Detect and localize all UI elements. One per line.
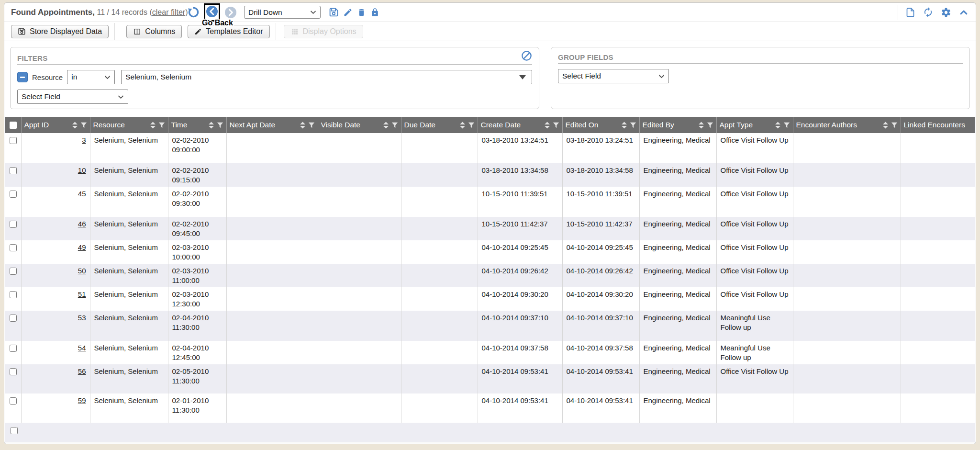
sort-icon[interactable]	[775, 122, 781, 129]
group-field-select[interactable]: Select Field	[558, 69, 669, 83]
row-checkbox[interactable]	[10, 397, 17, 405]
row-checkbox[interactable]	[10, 191, 17, 198]
gear-icon[interactable]	[941, 7, 951, 18]
column-header-next-apt-date[interactable]: Next Apt Date	[226, 117, 318, 133]
column-header-appt-id[interactable]: Appt ID	[21, 117, 90, 133]
button-toolbar: Store Displayed Data Columns Templates E…	[4, 22, 976, 41]
appt-id-link[interactable]: 50	[78, 267, 86, 275]
sort-icon[interactable]	[383, 122, 389, 129]
filter-funnel-icon[interactable]	[783, 122, 790, 129]
drill-down-select[interactable]: Drill Down	[244, 6, 321, 19]
columns-button[interactable]: Columns	[126, 25, 182, 38]
filter-funnel-icon[interactable]	[158, 122, 165, 129]
filter-row-resource: Resource in Selenium, Selenium	[17, 70, 532, 84]
cell-visible_date	[318, 217, 401, 240]
new-document-icon[interactable]	[905, 7, 915, 18]
filters-header: FILTERS	[17, 51, 532, 65]
go-back-button[interactable]: Go Back	[204, 3, 220, 22]
floppy-icon	[18, 27, 26, 35]
row-checkbox[interactable]	[10, 268, 17, 275]
collapse-chevron-up-icon[interactable]	[958, 8, 969, 17]
cell-create_date: 04-10-2014 09:53:41	[478, 394, 562, 423]
cell-create_date: 04-10-2014 09:37:10	[478, 311, 562, 341]
filter-funnel-icon[interactable]	[553, 122, 559, 129]
column-header-linked-encounters[interactable]: Linked Encounters	[901, 117, 975, 133]
filter-funnel-icon[interactable]	[308, 122, 315, 129]
row-checkbox[interactable]	[11, 427, 18, 434]
clear-filter-link[interactable]: clear filter	[152, 8, 185, 16]
row-checkbox[interactable]	[10, 137, 17, 144]
remove-filter-button[interactable]	[17, 72, 28, 82]
cell-next_apt_date	[226, 217, 318, 240]
filter-funnel-icon[interactable]	[468, 122, 475, 129]
appt-id-link[interactable]: 59	[78, 396, 86, 405]
records-count: 11 / 14 records (	[97, 8, 152, 16]
appt-id-link[interactable]: 46	[78, 220, 86, 228]
column-header-create-date[interactable]: Create Date	[478, 117, 562, 133]
cell-due_date	[401, 341, 478, 364]
appt-id-link[interactable]: 53	[78, 314, 86, 322]
edit-view-icon[interactable]	[343, 8, 353, 17]
cell-edited_on: 03-18-2010 13:34:58	[562, 163, 639, 187]
cell-edited_by: Engineering, Medical	[639, 133, 716, 163]
filter-funnel-icon[interactable]	[630, 122, 636, 129]
sort-icon[interactable]	[698, 122, 704, 129]
filter-value-dropdown[interactable]: Selenium, Selenium	[121, 70, 532, 84]
select-all-checkbox[interactable]	[10, 122, 17, 129]
filter-funnel-icon[interactable]	[217, 122, 223, 129]
group-fields-title: GROUP FIELDS	[558, 53, 613, 61]
column-header-visible-date[interactable]: Visible Date	[318, 117, 401, 133]
filter-funnel-icon[interactable]	[707, 122, 713, 129]
filter-operator-select[interactable]: in	[67, 70, 115, 84]
filter-funnel-icon[interactable]	[891, 122, 898, 129]
delete-view-icon[interactable]	[357, 8, 366, 17]
appt-id-link[interactable]: 49	[78, 243, 86, 251]
filter-funnel-icon[interactable]	[80, 122, 87, 129]
select-all-header[interactable]	[5, 117, 21, 133]
row-checkbox[interactable]	[10, 345, 17, 352]
sort-icon[interactable]	[300, 122, 306, 129]
appt-id-link[interactable]: 54	[78, 344, 86, 352]
appt-id-link[interactable]: 56	[78, 367, 86, 375]
cell-edited_by: Engineering, Medical	[639, 163, 716, 187]
horizontal-scrollbar[interactable]	[5, 442, 975, 444]
sort-icon[interactable]	[208, 122, 214, 129]
sort-icon[interactable]	[621, 122, 627, 129]
cell-due_date	[401, 240, 478, 264]
column-header-edited-by[interactable]: Edited By	[639, 117, 716, 133]
appt-id-link[interactable]: 3	[82, 136, 86, 144]
store-displayed-data-button[interactable]: Store Displayed Data	[11, 25, 109, 38]
cell-encounter_authors	[793, 264, 901, 287]
column-header-due-date[interactable]: Due Date	[401, 117, 478, 133]
row-checkbox[interactable]	[10, 244, 17, 251]
lock-icon[interactable]	[370, 8, 379, 17]
sort-icon[interactable]	[459, 122, 466, 129]
cell-resource: Selenium, Selenium	[90, 133, 168, 163]
sort-icon[interactable]	[882, 122, 889, 129]
row-checkbox[interactable]	[10, 291, 17, 298]
row-checkbox[interactable]	[10, 315, 17, 322]
column-header-resource[interactable]: Resource	[90, 117, 168, 133]
appt-id-link[interactable]: 10	[78, 166, 86, 174]
go-forward-icon-disabled	[224, 6, 237, 19]
sort-icon[interactable]	[544, 122, 550, 129]
undo-icon[interactable]	[188, 6, 200, 18]
column-header-time[interactable]: Time	[168, 117, 226, 133]
add-filter-field-select[interactable]: Select Field	[17, 90, 128, 104]
clear-all-filters-icon[interactable]	[521, 50, 532, 61]
save-view-icon[interactable]	[329, 7, 339, 17]
sort-icon[interactable]	[150, 122, 156, 129]
appt-id-link[interactable]: 45	[78, 190, 86, 198]
appt-id-link[interactable]: 51	[78, 290, 86, 298]
row-checkbox[interactable]	[10, 368, 17, 375]
row-checkbox[interactable]	[10, 167, 17, 174]
column-header-appt-type[interactable]: Appt Type	[716, 117, 793, 133]
row-checkbox[interactable]	[10, 221, 17, 228]
refresh-icon[interactable]	[923, 7, 934, 18]
drill-down-value: Drill Down	[248, 8, 282, 17]
cell-resource: Selenium, Selenium	[90, 364, 168, 394]
filter-funnel-icon[interactable]	[391, 122, 398, 129]
column-header-edited-on[interactable]: Edited On	[562, 117, 639, 133]
column-header-encounter-authors[interactable]: Encounter Authors	[793, 117, 901, 133]
sort-icon[interactable]	[72, 122, 78, 129]
